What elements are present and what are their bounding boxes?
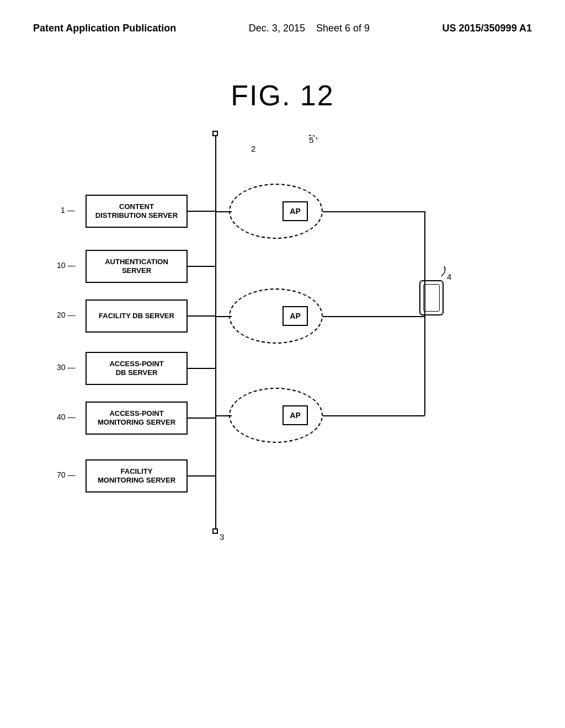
server-40-hline [188,417,215,419]
label-3: 3 [220,532,224,542]
network-bottom-terminal [212,528,218,534]
figure-title: FIG. 12 [0,79,565,112]
server-40-id: 40 — [57,413,75,421]
ap1-hline [215,211,232,212]
server-10-hline [188,266,215,267]
ap-box-1: AP [282,201,308,221]
ap2-to-device [323,316,425,317]
ellipsis-dots: ··· [214,470,218,529]
server-30-box: ACCESS-POINTDB SERVER [86,352,188,385]
right-vertical-line [424,211,425,415]
page-header: Patent Application Publication Dec. 3, 2… [0,0,565,35]
server-40-box: ACCESS-POINTMONITORING SERVER [86,402,188,435]
ap3-hline [215,415,232,416]
date-sheet: Dec. 3, 2015 Sheet 6 of 9 [249,22,370,35]
server-1-id: 1 — [61,206,75,215]
ap-oval-3: AP [229,388,323,443]
ap-oval-1: AP [229,184,323,239]
server-30-hline [188,368,215,369]
ap-box-2: AP [282,306,308,326]
ap2-hline [215,316,232,317]
server-1-hline [188,211,215,212]
server-10-box: AUTHENTICATIONSERVER [86,250,188,283]
label4-bracket [436,266,458,288]
ap1-to-device [323,211,425,212]
ap3-to-device [323,415,425,416]
server-20-id: 20 — [57,311,75,319]
server-10-id: 10 — [57,261,75,270]
ap-oval-2: AP [229,288,323,344]
publication-label: Patent Application Publication [33,22,176,35]
server-70-id: 70 — [57,470,75,479]
label5-bracket [215,131,353,175]
server-70-box: FACILITYMONITORING SERVER [86,459,188,493]
server-70-hline [188,475,215,477]
server-30-id: 30 — [57,363,75,372]
server-20-hline [188,315,215,317]
server-20-box: FACILITY DB SERVER [86,299,188,333]
server-1-box: CONTENTDISTRIBUTION SERVER [86,195,188,228]
sheet-label: Sheet 6 of 9 [316,23,370,34]
diagram: 3 2 5 1 — CONTENTDISTRIBUTION SERVER 10 … [0,123,565,675]
date-label: Dec. 3, 2015 [249,23,305,34]
ap-box-3: AP [282,405,308,425]
patent-number: US 2015/350999 A1 [443,22,532,35]
